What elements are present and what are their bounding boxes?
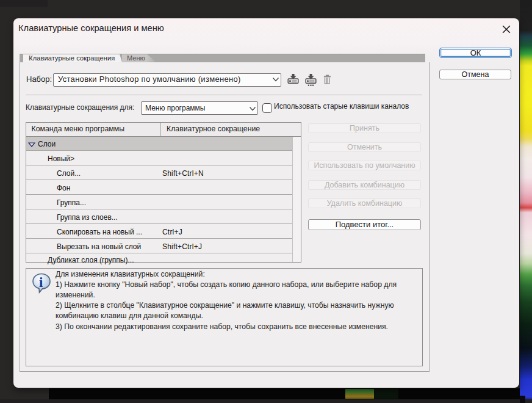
svg-text:i: i [39,275,43,290]
